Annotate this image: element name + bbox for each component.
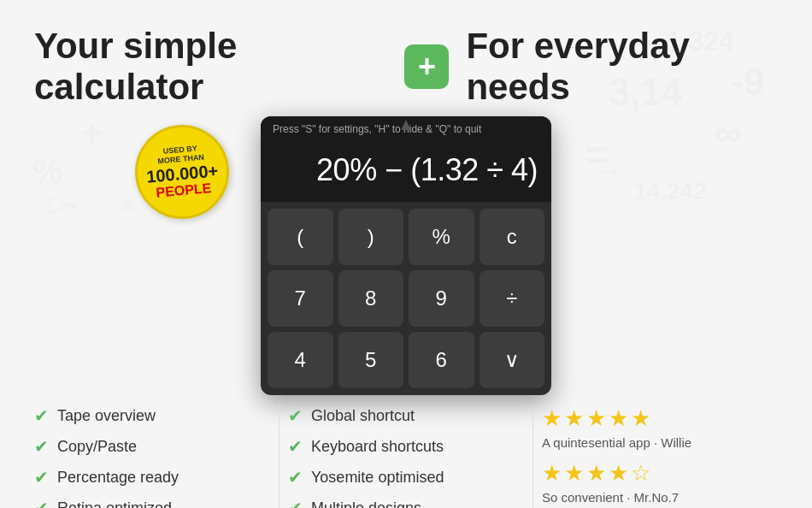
feature-label: Copy/Paste [57,438,137,456]
calculator: ▲ Press "S" for settings, "H" to hide & … [261,116,551,395]
calc-display: 20% − (1.32 ÷ 4) [261,142,551,202]
check-icon: ✔ [288,405,303,426]
header: Your simple calculator + For everyday ne… [0,0,812,116]
connector-arrow: ▲ [397,116,415,134]
star-icon: ★ [542,405,562,432]
calc-expression: 20% − (1.32 ÷ 4) [274,152,538,188]
features-area: ✔ Tape overview✔ Copy/Paste✔ Percentage … [0,390,812,508]
feature-label: Multiple designs [311,499,421,509]
star-icon: ★ [564,460,584,487]
header-title-right: For everyday needs [466,26,778,108]
feature-label: Keyboard shortcuts [311,438,444,456]
star-icon: ★ [542,460,562,487]
divider-1 [279,405,279,508]
feature-item: ✔ Percentage ready [34,467,270,487]
feature-label: Global shortcut [311,407,415,425]
check-icon: ✔ [34,436,49,457]
calc-button[interactable]: ÷ [480,270,545,327]
badge-container: USED BYMORE THAN 100.000+ PEOPLE [135,125,229,219]
calc-button[interactable]: 6 [409,332,474,388]
reviews-col: ★★★★★A quintesential app · Willie★★★★☆So… [542,405,778,508]
feature-label: Yosemite optimised [311,469,444,487]
check-icon: ✔ [288,436,303,457]
review-text: So convenient · Mr.No.7 [542,490,778,505]
header-title-left: Your simple calculator [34,26,387,108]
feature-item: ✔ Global shortcut [288,405,524,426]
calc-button[interactable]: ( [268,209,333,265]
star-icon: ★ [586,405,606,432]
star-icon: ★ [609,460,628,487]
stars-row: ★★★★☆ [542,460,778,487]
check-icon: ✔ [34,498,49,508]
feature-label: Retina optimized [57,499,172,509]
review-text: A quintesential app · Willie [542,435,778,450]
calc-button[interactable]: 7 [268,270,333,327]
features-col-1: ✔ Tape overview✔ Copy/Paste✔ Percentage … [34,405,270,508]
calc-button[interactable]: ) [338,209,404,265]
check-icon: ✔ [34,405,49,426]
feature-label: Tape overview [57,407,156,425]
feature-item: ✔ Tape overview [34,405,270,426]
check-icon: ✔ [288,498,303,508]
calc-buttons: ()%c789÷456∨ [261,202,551,395]
calc-button[interactable]: % [409,209,474,265]
badge: USED BYMORE THAN 100.000+ PEOPLE [131,121,232,222]
star-icon: ☆ [631,460,650,487]
features-col-2: ✔ Global shortcut✔ Keyboard shortcuts✔ Y… [288,405,524,508]
calc-button[interactable]: 4 [268,332,333,388]
check-icon: ✔ [34,467,49,487]
star-icon: ★ [609,405,628,432]
plus-icon: + [404,44,449,89]
divider-2 [533,405,533,508]
star-icon: ★ [586,460,606,487]
check-icon: ✔ [288,467,303,487]
stars-row: ★★★★★ [542,405,778,432]
star-icon: ★ [564,405,584,432]
calc-button[interactable]: 5 [338,332,404,388]
feature-item: ✔ Yosemite optimised [288,467,524,487]
star-icon: ★ [631,405,650,432]
feature-item: ✔ Copy/Paste [34,436,270,457]
feature-item: ✔ Keyboard shortcuts [288,436,524,457]
calc-button[interactable]: 8 [338,270,404,327]
feature-item: ✔ Retina optimized [34,498,270,508]
feature-item: ✔ Multiple designs [288,498,524,508]
calc-button[interactable]: ∨ [480,332,545,388]
main-content: USED BYMORE THAN 100.000+ PEOPLE ▲ Press… [0,116,812,390]
feature-label: Percentage ready [57,469,179,487]
calc-button[interactable]: 9 [409,270,474,327]
calc-button[interactable]: c [480,209,545,265]
